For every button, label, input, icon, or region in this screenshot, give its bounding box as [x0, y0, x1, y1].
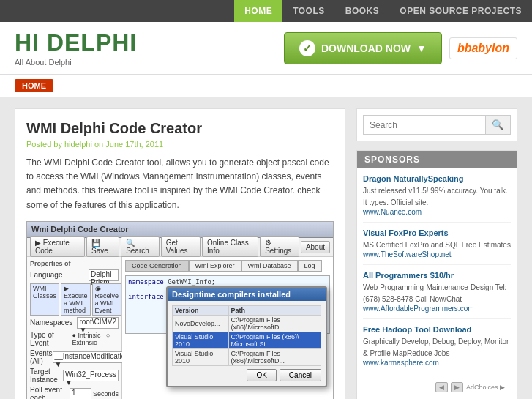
- dialog-cancel[interactable]: Cancel: [280, 369, 321, 381]
- col-path: Path: [228, 305, 321, 315]
- app-screenshot: Wmi Delphi Code Creator ▶ Execute Code 💾…: [26, 221, 334, 399]
- tab-database[interactable]: Wmi Database: [241, 260, 298, 272]
- receive-wmi-btn[interactable]: ◉ Receive a WMI Event: [92, 283, 122, 316]
- main-layout: WMI Delphi Code Creator Posted by hidelp…: [0, 97, 532, 399]
- compiler-table: Version Path NovoDevelop... C:\Program F…: [172, 305, 321, 366]
- ad-next[interactable]: ▶: [451, 382, 463, 392]
- app-tabs: Code Generation Wmi Explorer Wmi Databas…: [125, 260, 330, 272]
- site-header: HI DELPHI All About Delphi ✓ DOWNLOAD NO…: [0, 22, 532, 75]
- nav-tools[interactable]: TOOLS: [282, 0, 335, 22]
- site-name: HI DELPHI: [15, 29, 137, 56]
- form-row-namespace: Namespaces root\CIMV2 ▼: [30, 317, 119, 329]
- dialog-ok[interactable]: OK: [247, 369, 276, 381]
- form-row-language: Language Delphi Prism ▼: [30, 269, 119, 281]
- download-arrow: ▼: [416, 42, 427, 54]
- sponsor-item: Dragon NaturallySpeaking Just released v…: [363, 174, 511, 223]
- app-toolbar: ▶ Execute Code 💾 Save 🔍 Search Get Value…: [27, 238, 333, 257]
- toolbar-search[interactable]: 🔍 Search: [121, 236, 160, 257]
- site-title: HI DELPHI All About Delphi: [15, 29, 137, 67]
- search-input[interactable]: [364, 116, 485, 134]
- nav-opensource[interactable]: OPEN SOURCE PROJECTS: [389, 0, 532, 22]
- sponsor-desc: Just released v11.5! 99% accuracy. You t…: [363, 187, 508, 206]
- site-subtitle: All About Delphi: [15, 58, 137, 67]
- sponsor-desc: Graphically Develop, Debug, Deploy, Moni…: [363, 338, 509, 357]
- app-body: Properties of Language Delphi Prism ▼ WM…: [27, 257, 333, 399]
- dialog-body: Version Path NovoDevelop... C:\Program F…: [168, 301, 326, 386]
- dialog-buttons: OK Cancel: [172, 369, 321, 381]
- nav-home[interactable]: HOME: [234, 0, 282, 22]
- ad-prev[interactable]: ◀: [435, 382, 448, 392]
- sponsor-url[interactable]: www.Nuance.com: [363, 208, 511, 216]
- top-nav: HOME TOOLS BOOKS OPEN SOURCE PROJECTS: [0, 0, 532, 22]
- breadcrumb[interactable]: HOME: [15, 79, 53, 92]
- toolbar-about[interactable]: About: [301, 241, 330, 253]
- sponsors-section: SPONSORS Dragon NaturallySpeaking Just r…: [356, 150, 517, 399]
- babylon-text: babylon: [465, 42, 509, 54]
- sponsor-url[interactable]: www.AffordableProgrammers.com: [363, 305, 511, 313]
- search-button[interactable]: 🔍: [485, 116, 510, 134]
- app-main: Code Generation Wmi Explorer Wmi Databas…: [122, 257, 333, 399]
- sponsor-url[interactable]: www.karmasphere.com: [363, 359, 511, 367]
- sponsor-item: Free Hadoop Tool Download Graphically De…: [363, 325, 511, 373]
- sponsor-name[interactable]: All Programmers $10/hr: [363, 271, 511, 280]
- toolbar-onlineinfo[interactable]: Online Class Info: [202, 236, 258, 257]
- tab-explorer[interactable]: Wmi Explorer: [189, 260, 241, 272]
- ad-choices-label: AdChoices ▶: [466, 384, 505, 391]
- babylon-logo: bbabylon: [449, 37, 517, 59]
- sponsor-name[interactable]: Visual FoxPro Experts: [363, 228, 511, 237]
- col-version: Version: [173, 305, 229, 315]
- toolbar-execute[interactable]: ▶ Execute Code: [30, 236, 85, 257]
- app-title: Wmi Delphi Code Creator: [31, 225, 129, 234]
- download-button[interactable]: ✓ DOWNLOAD NOW ▼: [284, 32, 442, 64]
- form-row-target: Target Instance Win32_Process ▼: [30, 368, 119, 384]
- wmi-classes-btn[interactable]: WMI Classes: [30, 283, 59, 316]
- sponsor-desc: MS Certified FoxPro and SQL Free Estimat…: [363, 241, 511, 249]
- execute-wmi-btn[interactable]: ▶ Execute a WMI method: [61, 283, 91, 316]
- sponsors-title: SPONSORS: [357, 151, 517, 168]
- post-title: WMI Delphi Code Creator: [26, 120, 334, 137]
- header-ad: ✓ DOWNLOAD NOW ▼ bbabylon: [284, 32, 517, 64]
- app-sidebar: Properties of Language Delphi Prism ▼ WM…: [27, 257, 122, 399]
- sponsor-name[interactable]: Dragon NaturallySpeaking: [363, 174, 511, 183]
- sponsors-content: Dragon NaturallySpeaking Just released v…: [357, 168, 517, 399]
- compiler-dialog: Designtime compilers installed Version P…: [166, 286, 327, 387]
- post-meta: Posted by hidelphi on June 17th, 2011: [26, 140, 334, 149]
- tab-log[interactable]: Log: [298, 260, 322, 272]
- form-section-label: Properties of: [30, 260, 119, 267]
- dialog-titlebar: Designtime compilers installed: [168, 288, 326, 301]
- post-author[interactable]: hidelphi: [64, 140, 92, 149]
- form-row-events: Events (All) __InstanceModificationEvent…: [30, 349, 119, 365]
- table-row[interactable]: NovoDevelop... C:\Program Files (x86)\Mi…: [173, 315, 321, 332]
- app-titlebar: Wmi Delphi Code Creator: [27, 222, 333, 238]
- post-body: The WMI Delphi Code Creator tool, allows…: [26, 156, 334, 212]
- sponsor-item: All Programmers $10/hr Web Programming-M…: [363, 271, 511, 319]
- sponsor-desc: Web Programming-Maintenance-Design Tel: …: [363, 283, 506, 303]
- table-row[interactable]: Visual Studio 2010 C:\Program Files (x86…: [173, 332, 321, 348]
- sidebar: 🔍 SPONSORS Dragon NaturallySpeaking Just…: [356, 108, 517, 399]
- form-row-eventtype: Type of Event ● Intrinsic ○ Extrinsic: [30, 331, 119, 347]
- babylon-b: b: [457, 42, 465, 54]
- ad-choices: ◀ ▶ AdChoices ▶: [363, 379, 511, 395]
- search-section: 🔍: [356, 108, 517, 141]
- content-area: WMI Delphi Code Creator Posted by hidelp…: [15, 108, 345, 399]
- breadcrumb-bar: HOME: [0, 75, 532, 97]
- nav-books[interactable]: BOOKS: [335, 0, 390, 22]
- table-row[interactable]: Visual Studio 2010 C:\Program Files (x86…: [173, 348, 321, 365]
- download-label: DOWNLOAD NOW: [321, 42, 411, 54]
- toolbar-save[interactable]: 💾 Save: [86, 236, 119, 257]
- form-row-poll: Poll event each 1 Seconds: [30, 386, 119, 399]
- search-input-wrap: 🔍: [363, 115, 511, 135]
- toolbar-getvalues[interactable]: Get Values: [161, 236, 201, 257]
- check-icon: ✓: [299, 40, 315, 56]
- sponsor-item: Visual FoxPro Experts MS Certified FoxPr…: [363, 228, 511, 265]
- sponsor-url[interactable]: www.TheSoftwareShop.net: [363, 250, 511, 258]
- toolbar-settings[interactable]: ⚙ Settings: [260, 236, 299, 257]
- sponsor-name[interactable]: Free Hadoop Tool Download: [363, 325, 511, 334]
- tab-codegen[interactable]: Code Generation: [125, 260, 189, 272]
